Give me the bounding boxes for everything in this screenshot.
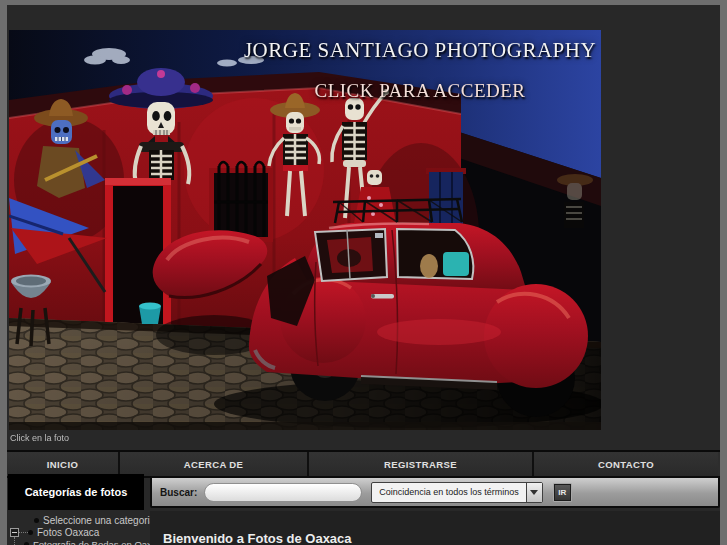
bullet-icon bbox=[24, 542, 29, 545]
tree-item-root[interactable]: Seleccione una categoria bbox=[8, 514, 144, 526]
search-input[interactable] bbox=[204, 483, 362, 502]
hero-title: JORGE SANTIAGO PHOTOGRAPHY bbox=[239, 38, 601, 63]
tree-item-label: Fotos Oaxaca bbox=[37, 527, 99, 538]
main-content: Bienvenido a Fotos de Oaxaca bbox=[150, 511, 720, 545]
nav-item-registrarse[interactable]: REGISTRARSE bbox=[309, 452, 534, 476]
tree-item-fotografia-bodas[interactable]: Fotografia de Bodas en Oaxaca bbox=[8, 538, 144, 545]
nav-item-inicio[interactable]: INICIO bbox=[7, 452, 120, 476]
tree-item-label: Fotografia de Bodas en Oaxaca bbox=[33, 539, 167, 545]
tree-connector bbox=[19, 532, 28, 533]
barred-window bbox=[209, 162, 273, 242]
bullet-icon bbox=[34, 518, 39, 523]
hero-subtitle: CLICK PARA ACCEDER bbox=[239, 80, 601, 102]
tree-item-label: Seleccione una categoria bbox=[43, 515, 155, 526]
bullet-icon bbox=[28, 530, 33, 535]
dropdown-arrow-button[interactable] bbox=[526, 483, 542, 502]
search-go-button[interactable]: IR bbox=[553, 483, 572, 502]
expand-icon[interactable] bbox=[10, 528, 19, 537]
welcome-heading: Bienvenido a Fotos de Oaxaca bbox=[163, 531, 720, 545]
match-select-value: Coincidencia en todos los términos bbox=[372, 483, 526, 502]
site-panel: JORGE SANTIAGO PHOTOGRAPHY CLICK PARA AC… bbox=[7, 5, 720, 545]
categories-sidebar: Categorías de fotos Seleccione una categ… bbox=[8, 474, 144, 545]
search-label: Buscar: bbox=[160, 487, 197, 498]
search-bar: Buscar: Coincidencia en todos los términ… bbox=[150, 476, 720, 508]
nav-item-contacto[interactable]: CONTACTO bbox=[534, 452, 718, 476]
tree-item-fotos-oaxaca[interactable]: Fotos Oaxaca bbox=[8, 526, 144, 538]
nav-item-acerca-de[interactable]: ACERCA DE bbox=[120, 452, 309, 476]
street-edge bbox=[9, 422, 601, 430]
hero-photo[interactable]: JORGE SANTIAGO PHOTOGRAPHY CLICK PARA AC… bbox=[9, 30, 601, 430]
tree-elbow-connector bbox=[14, 537, 24, 545]
sidebar-title: Categorías de fotos bbox=[8, 474, 144, 510]
match-select[interactable]: Coincidencia en todos los términos bbox=[371, 482, 543, 503]
page: { "hero": { "title": "JORGE SANTIAGO PHO… bbox=[0, 0, 727, 545]
bucket bbox=[139, 303, 161, 325]
chevron-down-icon bbox=[530, 490, 538, 495]
category-tree: Seleccione una categoria Fotos Oaxaca Fo… bbox=[8, 510, 144, 545]
hero-caption: Click en la foto bbox=[10, 433, 69, 443]
